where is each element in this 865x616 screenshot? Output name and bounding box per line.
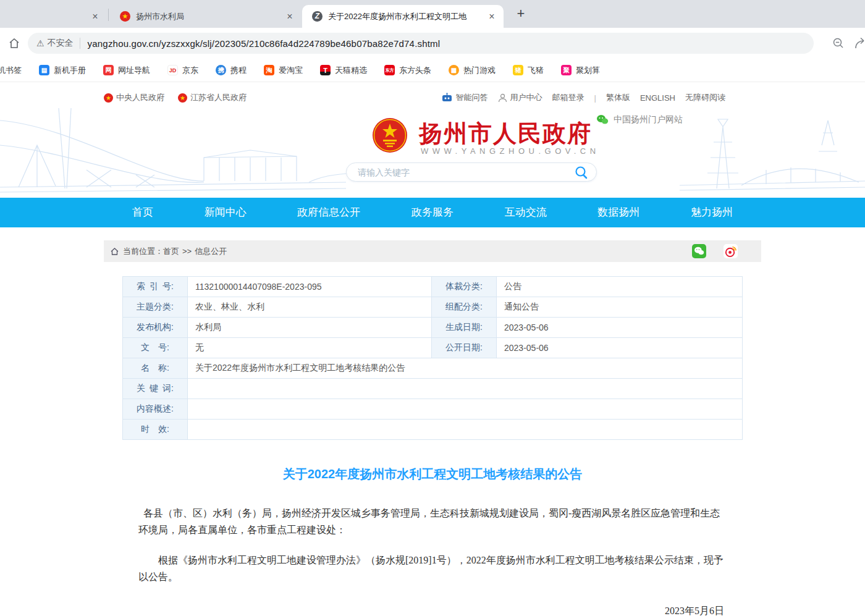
- user-center-link[interactable]: 用户中心: [498, 92, 542, 103]
- meta-value-summary: [188, 399, 743, 420]
- tab-partial[interactable]: ×: [0, 5, 108, 28]
- bookmark-label: 新机手册: [54, 65, 86, 76]
- bookmarks-bar: 机书签 ▤ 新机手册 网 网址导航 JD 京东 携 携程 淘 爱淘宝 T 天猫精…: [0, 59, 865, 82]
- site-search[interactable]: [346, 162, 597, 182]
- meta-value-publish-date: 2023-05-06: [497, 338, 743, 358]
- tab-title: 扬州市水利局: [136, 11, 281, 22]
- home-icon[interactable]: [8, 37, 20, 49]
- bookmark-label: 携程: [230, 65, 247, 76]
- bookmark-tmall[interactable]: T 天猫精选: [320, 65, 367, 76]
- site-title: 扬州市人民政府: [419, 118, 592, 150]
- table-row: 文 号: 无 公开日期: 2023-05-06: [123, 338, 743, 358]
- zoom-out-icon[interactable]: [832, 36, 845, 50]
- bookmark-taobao[interactable]: 淘 爱淘宝: [264, 65, 303, 76]
- accessible-reading-link[interactable]: 无障碍阅读: [685, 92, 725, 103]
- link-label: 用户中心: [510, 92, 542, 103]
- site-domain: WWW.YANGZHOU.GOV.CN: [421, 146, 600, 156]
- nav-services[interactable]: 政务服务: [411, 198, 454, 227]
- link-central-gov[interactable]: ★ 中央人民政府: [104, 92, 164, 103]
- bookmark-toutiao[interactable]: 东方 东方头条: [384, 65, 431, 76]
- bookmark-manual[interactable]: ▤ 新机手册: [39, 65, 86, 76]
- link-jiangsu-gov[interactable]: ★ 江苏省人民政府: [178, 92, 247, 103]
- nav-data[interactable]: 数据扬州: [597, 198, 639, 227]
- share-icon[interactable]: [854, 36, 865, 50]
- bookmark-nav-site[interactable]: 网 网址导航: [103, 65, 150, 76]
- share-icons: [692, 244, 755, 258]
- meta-value-title: 关于2022年度扬州市水利工程文明工地考核结果的公告: [188, 358, 743, 379]
- bookmark-label: 京东: [182, 65, 198, 76]
- nav-info-disclosure[interactable]: 政府信息公开: [297, 198, 360, 227]
- meta-label: 发布机构:: [123, 318, 188, 338]
- bookmark-fliggy[interactable]: 猪 飞猪: [513, 65, 544, 76]
- close-icon[interactable]: ×: [90, 11, 101, 22]
- link-label: 智能问答: [456, 92, 488, 103]
- close-icon[interactable]: ×: [284, 11, 295, 22]
- meta-value-doc-number: 无: [188, 338, 432, 358]
- nav-news[interactable]: 新闻中心: [205, 198, 247, 227]
- weibo-share-icon[interactable]: [724, 244, 738, 258]
- breadcrumb-home-link[interactable]: 首页: [163, 246, 179, 257]
- meta-value-topic: 农业、林业、水利: [188, 297, 432, 318]
- breadcrumb-section-link[interactable]: 信息公开: [195, 246, 227, 257]
- bookmark-label: 东方头条: [399, 65, 431, 76]
- bookmark-label: 聚划算: [576, 65, 600, 76]
- url-text[interactable]: yangzhou.gov.cn/yzszxxgk/slj/202305/210c…: [88, 38, 441, 49]
- meta-value-validity: [188, 420, 743, 440]
- site-header: 扬州市人民政府 WWW.YANGZHOU.GOV.CN 中国扬州门户网站: [0, 108, 865, 198]
- search-input[interactable]: [358, 167, 574, 177]
- bookmark-label: 爱淘宝: [279, 65, 303, 76]
- tab-shuiliju[interactable]: ★ 扬州市水利局 ×: [109, 5, 302, 28]
- search-icon[interactable]: [574, 165, 589, 180]
- bookmark-games[interactable]: ▦ 热门游戏: [449, 65, 496, 76]
- meta-value-index-number: 11321000014407098E-2023-095: [188, 277, 432, 297]
- smart-qa-link[interactable]: 智能问答: [441, 92, 488, 103]
- article-paragraph-basis: 根据《扬州市水利工程文明工地建设管理办法》（扬水规[2019]1号），2022年…: [138, 552, 727, 585]
- bridge-artwork-right: [680, 108, 865, 198]
- article-date: 2023年5月6日: [138, 605, 727, 616]
- nav-charm[interactable]: 魅力扬州: [691, 198, 733, 227]
- meta-label: 名 称:: [123, 358, 188, 379]
- user-icon: [498, 93, 507, 103]
- meta-label: 文 号:: [123, 338, 188, 358]
- meta-label: 组配分类:: [432, 297, 497, 318]
- robot-icon: [441, 93, 453, 103]
- meta-value-created-date: 2023-05-06: [497, 318, 743, 338]
- new-tab-button[interactable]: +: [512, 5, 530, 23]
- jd-icon: JD: [167, 65, 178, 75]
- meta-value-genre: 公告: [497, 277, 743, 297]
- article-title: 关于2022年度扬州市水利工程文明工地考核结果的公告: [138, 466, 727, 483]
- address-bar[interactable]: ⚠ 不安全 yangzhou.gov.cn/yzszxxgk/slj/20230…: [28, 33, 814, 54]
- juhuasuan-icon: 聚: [561, 65, 572, 75]
- article: 关于2022年度扬州市水利工程文明工地考核结果的公告 各县（市、区）水利（务）局…: [104, 466, 761, 616]
- bookmark-label: 热门游戏: [463, 65, 496, 76]
- mail-login-link[interactable]: 邮箱登录: [552, 92, 584, 103]
- nav-interaction[interactable]: 互动交流: [505, 198, 547, 227]
- english-version-link[interactable]: ENGLISH: [640, 93, 675, 103]
- link-label: 江苏省人民政府: [190, 92, 247, 103]
- bookmark-mobile[interactable]: 机书签: [0, 65, 22, 76]
- not-secure-warning-icon: ⚠: [36, 38, 44, 48]
- bookmark-juhuasuan[interactable]: 聚 聚划算: [561, 65, 600, 76]
- portal-badge[interactable]: 中国扬州门户网站: [596, 114, 683, 125]
- meta-label: 索 引 号:: [123, 277, 188, 297]
- fliggy-icon: 猪: [513, 65, 523, 75]
- bookmark-jd[interactable]: JD 京东: [167, 65, 198, 76]
- article-paragraph-recipients: 各县（市、区）水利（务）局，扬州经济开发区城乡事务管理局，生态科技新城规划建设局…: [138, 505, 727, 538]
- close-icon[interactable]: ×: [486, 11, 497, 22]
- manual-icon: ▤: [39, 65, 49, 75]
- table-row: 索 引 号: 11321000014407098E-2023-095 体裁分类:…: [123, 277, 743, 297]
- tab-active-article[interactable]: Z 关于2022年度扬州市水利工程文明工地 ×: [302, 5, 504, 28]
- document-meta-table: 索 引 号: 11321000014407098E-2023-095 体裁分类:…: [122, 276, 743, 440]
- content-area: 当前位置： 首页 >> 信息公开 索 引 号: 1132100001440709…: [104, 240, 761, 616]
- omnibox-divider: [80, 38, 80, 49]
- wechat-share-icon[interactable]: [692, 244, 706, 258]
- games-icon: ▦: [449, 65, 459, 75]
- toolbar-right-icons: [832, 28, 865, 59]
- nav-home[interactable]: 首页: [132, 198, 153, 227]
- link-label: 中央人民政府: [116, 92, 164, 103]
- traditional-version-link[interactable]: 繁体版: [606, 92, 630, 103]
- bookmark-ctrip[interactable]: 携 携程: [216, 65, 247, 76]
- home-icon[interactable]: [110, 247, 119, 256]
- bridge-artwork-left: [0, 108, 346, 198]
- breadcrumb-separator: >>: [182, 247, 192, 256]
